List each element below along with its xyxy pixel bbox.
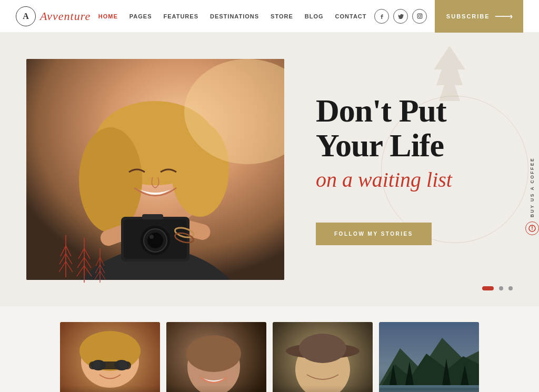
hero-subtitle: on a waiting list bbox=[316, 165, 513, 195]
svg-point-58 bbox=[299, 334, 346, 363]
svg-point-50 bbox=[93, 361, 101, 369]
hero-image bbox=[26, 59, 284, 280]
hero-title: Don't Put Your Life bbox=[316, 94, 513, 162]
hero-title-line1: Don't Put bbox=[316, 93, 446, 128]
pagination bbox=[482, 286, 513, 290]
svg-point-2 bbox=[421, 14, 421, 15]
nav-contact[interactable]: CONTACT bbox=[335, 13, 367, 19]
subscribe-label: SUBSCRIBE bbox=[446, 13, 490, 19]
pagination-dot-2[interactable] bbox=[499, 286, 503, 290]
pagination-dot-3[interactable] bbox=[508, 286, 513, 290]
svg-line-34 bbox=[84, 257, 91, 268]
svg-point-51 bbox=[119, 361, 127, 369]
twitter-icon[interactable] bbox=[393, 9, 408, 24]
card-overlay-4 bbox=[379, 385, 479, 392]
hero-text-block: Don't Put Your Life on a waiting list FO… bbox=[284, 94, 513, 245]
main-nav: HOME PAGES FEATURES DESTINATIONS STORE B… bbox=[98, 13, 367, 19]
nav-pages[interactable]: PAGES bbox=[129, 13, 152, 19]
svg-line-38 bbox=[96, 257, 100, 266]
nav-blog[interactable]: BLOG bbox=[305, 13, 324, 19]
follow-stories-button[interactable]: FOLLOW MY STORIES bbox=[316, 223, 432, 245]
subscribe-button[interactable]: SUBSCRIBE ——› bbox=[435, 0, 523, 33]
card-my-future[interactable]: My Future bbox=[379, 322, 479, 392]
svg-point-70 bbox=[532, 229, 533, 230]
nav-store[interactable]: STORE bbox=[271, 13, 293, 19]
logo-area: A Avventure bbox=[16, 6, 91, 26]
svg-line-31 bbox=[78, 248, 84, 259]
hero-title-line2: Your Life bbox=[316, 127, 444, 163]
logo-letter: A bbox=[23, 12, 29, 21]
facebook-icon[interactable] bbox=[374, 9, 389, 24]
svg-point-18 bbox=[147, 233, 163, 248]
card-travel-1[interactable]: Travel bbox=[166, 322, 266, 392]
card-overlay-3 bbox=[273, 385, 373, 392]
svg-point-1 bbox=[418, 15, 421, 17]
card-travel-2[interactable]: Travel bbox=[273, 322, 373, 392]
pagination-dot-1[interactable] bbox=[482, 286, 494, 290]
logo-circle: A bbox=[16, 6, 36, 26]
card-overlay-2 bbox=[166, 385, 266, 392]
svg-point-19 bbox=[149, 235, 154, 239]
nav-features[interactable]: FEATURES bbox=[164, 13, 198, 19]
coffee-button[interactable] bbox=[525, 222, 539, 235]
buy-coffee-text: BUY US A COFFEE bbox=[530, 157, 535, 217]
cards-section: Travel Tips Travel bbox=[0, 306, 539, 392]
instagram-icon[interactable] bbox=[412, 9, 427, 24]
svg-line-39 bbox=[100, 257, 104, 266]
subscribe-arrow-icon: ——› bbox=[495, 12, 512, 21]
hero-section: Don't Put Your Life on a waiting list FO… bbox=[0, 33, 539, 306]
right-sidebar: BUY US A COFFEE bbox=[525, 152, 539, 240]
logo-text: Avventure bbox=[40, 9, 91, 23]
card-overlay-1 bbox=[60, 385, 160, 392]
social-icons bbox=[374, 9, 427, 24]
header: A Avventure HOME PAGES FEATURES DESTINAT… bbox=[0, 0, 539, 33]
svg-line-33 bbox=[77, 257, 84, 268]
svg-line-32 bbox=[84, 248, 90, 259]
svg-point-54 bbox=[186, 335, 241, 372]
card-travel-tips[interactable]: Travel Tips bbox=[60, 322, 160, 392]
follow-label: FOLLOW MY STORIES bbox=[334, 231, 413, 237]
nav-destinations[interactable]: DESTINATIONS bbox=[210, 13, 259, 19]
nav-home[interactable]: HOME bbox=[98, 13, 118, 19]
svg-rect-20 bbox=[142, 214, 163, 219]
